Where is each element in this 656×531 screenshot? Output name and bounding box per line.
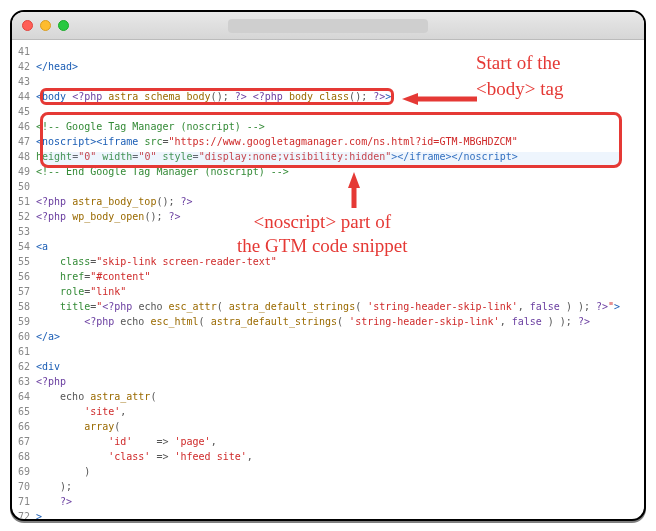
minimize-icon[interactable] [40,20,51,31]
code-line[interactable]: 66 array( [12,419,644,434]
code-content[interactable]: <?php echo esc_html( astra_default_strin… [36,314,644,329]
line-number: 48 [12,149,36,164]
line-number: 66 [12,419,36,434]
code-line[interactable]: 70 ); [12,479,644,494]
line-number: 42 [12,59,36,74]
code-line[interactable]: 59 <?php echo esc_html( astra_default_st… [12,314,644,329]
code-content[interactable] [36,344,644,359]
line-number: 62 [12,359,36,374]
line-number: 67 [12,434,36,449]
maximize-icon[interactable] [58,20,69,31]
code-content[interactable]: </a> [36,329,644,344]
line-number: 44 [12,89,36,104]
code-line[interactable]: 65 'site', [12,404,644,419]
code-content[interactable]: ) [36,464,644,479]
code-line[interactable]: 69 ) [12,464,644,479]
code-content[interactable]: <?php [36,374,644,389]
code-content[interactable]: array( [36,419,644,434]
code-line[interactable]: 62<div [12,359,644,374]
code-content[interactable]: ?> [36,494,644,509]
line-number: 54 [12,239,36,254]
code-line[interactable]: 56 href="#content" [12,269,644,284]
annotation-text: <body> tag [476,76,563,102]
line-number: 53 [12,224,36,239]
code-line[interactable]: 61 [12,344,644,359]
code-content[interactable]: <div [36,359,644,374]
line-number: 43 [12,74,36,89]
code-content[interactable] [36,179,644,194]
code-line[interactable]: 71 ?> [12,494,644,509]
code-content[interactable]: echo astra_attr( [36,389,644,404]
line-number: 69 [12,464,36,479]
annotation-text: <noscript> part of [237,210,407,234]
close-icon[interactable] [22,20,33,31]
code-line[interactable]: 72> [12,509,644,521]
line-number: 65 [12,404,36,419]
annotation-text: Start of the [476,50,563,76]
code-content[interactable]: <?php astra_body_top(); ?> [36,194,644,209]
annotation-box-noscript [40,112,622,168]
line-number: 41 [12,44,36,59]
code-content[interactable]: > [36,509,644,521]
annotation-noscript-part: <noscript> part of the GTM code snippet [237,210,407,258]
line-number: 70 [12,479,36,494]
arrow-icon [347,172,361,208]
code-line[interactable]: 67 'id' => 'page', [12,434,644,449]
annotation-text: the GTM code snippet [237,234,407,258]
annotation-start-body: Start of the <body> tag [476,50,563,102]
code-line[interactable]: 58 title="<?php echo esc_attr( astra_def… [12,299,644,314]
code-line[interactable]: 51<?php astra_body_top(); ?> [12,194,644,209]
code-line[interactable]: 57 role="link" [12,284,644,299]
svg-marker-1 [402,93,418,105]
line-number: 72 [12,509,36,521]
code-content[interactable]: 'class' => 'hfeed site', [36,449,644,464]
code-content[interactable]: 'site', [36,404,644,419]
line-number: 61 [12,344,36,359]
svg-marker-3 [348,172,360,188]
line-number: 50 [12,179,36,194]
line-number: 60 [12,329,36,344]
line-number: 45 [12,104,36,119]
line-number: 47 [12,134,36,149]
code-line[interactable]: 60</a> [12,329,644,344]
code-line[interactable]: 50 [12,179,644,194]
line-number: 58 [12,299,36,314]
line-number: 55 [12,254,36,269]
line-number: 52 [12,209,36,224]
line-number: 46 [12,119,36,134]
code-content[interactable]: ); [36,479,644,494]
line-number: 63 [12,374,36,389]
address-bar[interactable] [228,19,428,33]
code-content[interactable]: href="#content" [36,269,644,284]
code-line[interactable]: 68 'class' => 'hfeed site', [12,449,644,464]
line-number: 56 [12,269,36,284]
code-line[interactable]: 63<?php [12,374,644,389]
code-line[interactable]: 64 echo astra_attr( [12,389,644,404]
code-content[interactable]: role="link" [36,284,644,299]
line-number: 57 [12,284,36,299]
window-controls [22,20,69,31]
code-content[interactable]: title="<?php echo esc_attr( astra_defaul… [36,299,644,314]
arrow-icon [402,92,477,106]
line-number: 64 [12,389,36,404]
line-number: 49 [12,164,36,179]
browser-window: 4142</head>4344<body <?php astra_schema_… [10,10,646,521]
annotation-box-body-tag [40,88,394,105]
line-number: 51 [12,194,36,209]
titlebar [12,12,644,40]
code-content[interactable]: 'id' => 'page', [36,434,644,449]
line-number: 71 [12,494,36,509]
line-number: 68 [12,449,36,464]
line-number: 59 [12,314,36,329]
